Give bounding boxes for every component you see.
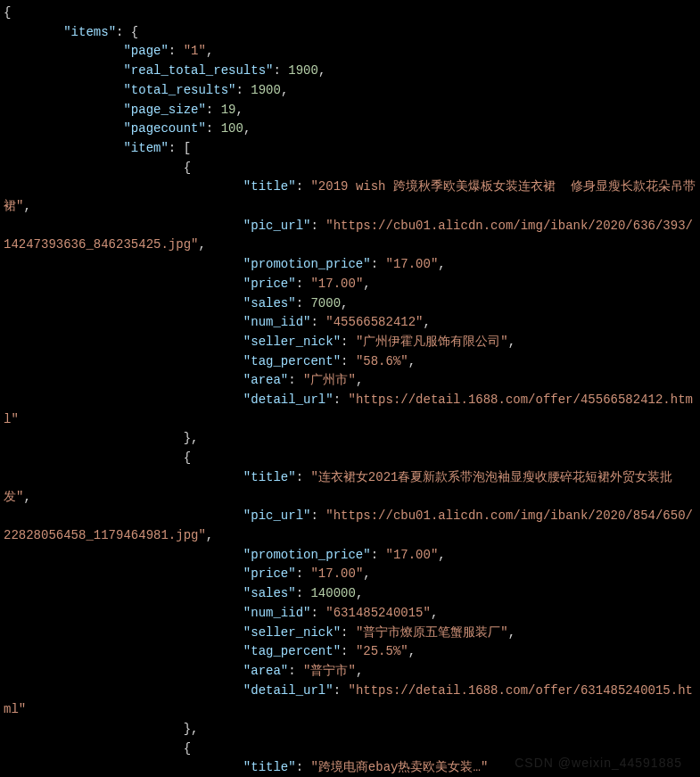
json-code-block: { "items": { "page": "1", "real_total_re… xyxy=(0,0,700,777)
